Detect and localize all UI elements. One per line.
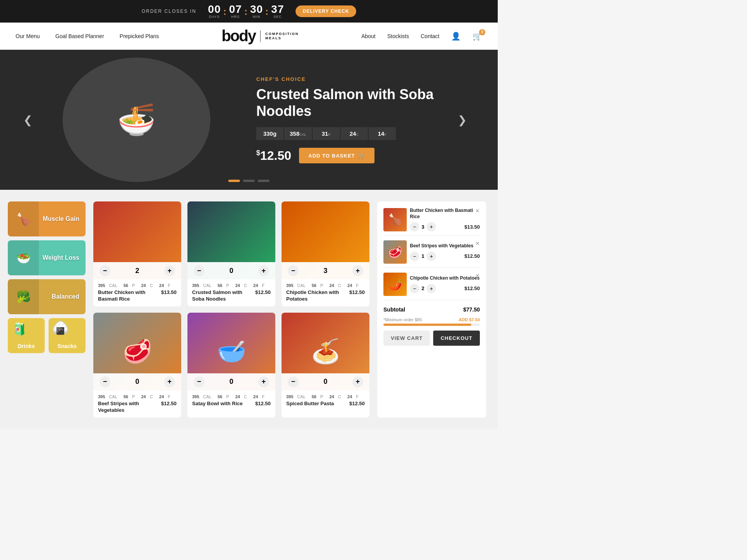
product-name-price-1: Crusted Salmon with Soba Noodles $12.50	[192, 289, 271, 303]
cart-item-controls-2: − 2 + $12.50	[410, 284, 480, 293]
qty-decrement-4[interactable]: −	[194, 376, 205, 387]
qty-decrement-2[interactable]: −	[288, 265, 299, 276]
timer-min: 30 MIN	[250, 4, 263, 19]
cart-remove-0[interactable]: ✕	[475, 208, 480, 214]
view-cart-button[interactable]: VIEW CART	[383, 331, 430, 346]
sidebar-muscle-gain[interactable]: 🍗 Muscle Gain	[8, 201, 86, 236]
cart-increment-1[interactable]: +	[427, 252, 436, 261]
nav-stockists[interactable]: Stockists	[387, 33, 409, 39]
minimum-note: *Minimum order $85	[383, 317, 422, 322]
hero-dot-1[interactable]	[228, 180, 240, 182]
product-name-price-3: Beef Stripes with Vegetables $12.50	[98, 401, 177, 414]
product-name-price-5: Spiced Butter Pasta $12.50	[286, 401, 365, 407]
quantity-bar-0: − 2 +	[93, 262, 181, 279]
qty-increment-3[interactable]: +	[164, 376, 175, 387]
order-closes-label: ORDER CLOSES IN	[142, 9, 196, 14]
product-macros-1: 395 CAL 56 P 24 C 24 F	[192, 283, 271, 288]
sidebar-drinks[interactable]: 🧃 Drinks	[8, 318, 45, 353]
main-nav: Our Menu Goal Based Planner Prepicked Pl…	[0, 23, 498, 50]
sidebar-weight-loss[interactable]: 🥗 Weight Loss	[8, 240, 86, 275]
macro-carbs: 24C	[341, 127, 368, 140]
product-image-0: − 2 +	[93, 201, 181, 279]
cart-item-price-2: $12.50	[464, 285, 480, 291]
product-info-4: 395 CAL 56 P 24 C 24 F Satay Bowl with R…	[187, 390, 275, 411]
add-amount: ADD $7.50	[459, 317, 480, 322]
qty-decrement-5[interactable]: −	[288, 376, 299, 387]
qty-value-0: 2	[135, 267, 139, 275]
product-price-3: $12.50	[161, 401, 177, 406]
cart-decrement-0[interactable]: −	[410, 222, 419, 231]
sidebar-balanced-label: Balanced	[52, 293, 79, 300]
progress-bar-wrap	[383, 324, 480, 326]
nav-contact[interactable]: Contact	[421, 33, 439, 39]
product-card-5: 🍝 − 0 + 395 CAL 56 P 24 C 24 F Spiced Bu…	[282, 313, 369, 418]
product-grid: − 2 + 395 CAL 56 P 24 C 24 F Butter Chic…	[93, 201, 369, 418]
qty-increment-5[interactable]: +	[352, 376, 363, 387]
checkout-button[interactable]: CHECKOUT	[433, 331, 480, 346]
nav-about[interactable]: About	[361, 33, 376, 39]
hero-dot-3[interactable]	[258, 180, 269, 182]
nav-right-links: About Stockists Contact 0	[361, 32, 482, 41]
qty-increment-2[interactable]: +	[352, 265, 363, 276]
cart-item-0: 🍗 Butter Chicken with Basmati Rice − 3 +…	[383, 208, 480, 236]
product-image-2: − 3 +	[282, 201, 369, 279]
sidebar: 🍗 Muscle Gain 🥗 Weight Loss 🥦 Balanced 🧃…	[8, 201, 86, 418]
product-name-1: Crusted Salmon with Soba Noodles	[192, 289, 252, 303]
cart-icon-wrap[interactable]: 0	[472, 32, 482, 41]
cart-actions: VIEW CART CHECKOUT	[383, 331, 480, 346]
product-macros-2: 395 CAL 56 P 24 C 24 F	[286, 283, 365, 288]
add-to-basket-button[interactable]: ADD TO BASKET	[299, 148, 374, 163]
sidebar-muscle-label: Muscle Gain	[43, 215, 79, 222]
subtotal-label: Subtotal	[383, 306, 405, 313]
product-image-5: 🍝 − 0 +	[282, 313, 369, 390]
hero-image-wrap: 🍜	[55, 58, 218, 182]
product-price-1: $12.50	[255, 289, 271, 295]
progress-bar	[383, 324, 471, 326]
cart-decrement-1[interactable]: −	[410, 252, 419, 261]
qty-decrement-1[interactable]: −	[194, 265, 205, 276]
qty-decrement-0[interactable]: −	[100, 265, 110, 276]
cart-item-image-2: 🌶️	[383, 273, 407, 296]
timer-days: 00 DAYS	[208, 4, 221, 19]
cart-remove-1[interactable]: ✕	[475, 240, 480, 247]
cart-item-price-1: $12.50	[464, 253, 480, 259]
nav-goal-planner[interactable]: Goal Based Planner	[55, 33, 104, 39]
hero-title: Crusted Salmon with Soba Noodles	[256, 86, 435, 119]
cart-item-1: 🥩 Beef Stripes with Vegetables − 1 + $12…	[383, 240, 480, 268]
cart-increment-0[interactable]: +	[427, 222, 436, 231]
product-price-5: $12.50	[349, 401, 365, 406]
qty-decrement-3[interactable]: −	[100, 376, 110, 387]
qty-increment-0[interactable]: +	[164, 265, 175, 276]
sidebar-balanced[interactable]: 🥦 Balanced	[8, 279, 86, 314]
cart-item-image-0: 🍗	[383, 208, 407, 231]
hero-macros: 330g 358CAL 31P 24C 14F	[256, 127, 435, 140]
user-icon[interactable]	[451, 32, 461, 41]
hero-dot-2[interactable]	[243, 180, 255, 182]
cart-qty-0: 3	[422, 224, 424, 230]
cart-remove-2[interactable]: ✕	[475, 273, 480, 279]
timer-sec: 37 SEC	[271, 4, 284, 19]
cart-item-image-1: 🥩	[383, 240, 407, 264]
qty-increment-4[interactable]: +	[258, 376, 269, 387]
cart-badge-count: 0	[479, 29, 485, 35]
sidebar-snacks[interactable]: 🍙 Snacks	[49, 318, 86, 353]
product-name-3: Beef Stripes with Vegetables	[98, 401, 158, 414]
delivery-check-button[interactable]: DELIVERY CHECK	[296, 5, 356, 17]
nav-prepicked[interactable]: Prepicked Plans	[120, 33, 159, 39]
hero-price-section: $12.50 ADD TO BASKET	[256, 148, 435, 163]
quantity-bar-5: − 0 +	[282, 373, 369, 390]
nav-our-menu[interactable]: Our Menu	[16, 33, 40, 39]
quantity-bar-4: − 0 +	[187, 373, 275, 390]
sidebar-weight-label: Weight Loss	[42, 254, 79, 261]
hero-prev-button[interactable]: ❮	[23, 114, 32, 126]
top-bar: ORDER CLOSES IN 00 DAYS : 07 HRS : 30 MI…	[0, 0, 498, 23]
cart-increment-2[interactable]: +	[427, 284, 436, 293]
qty-value-4: 0	[229, 378, 233, 386]
product-name-price-4: Satay Bowl with Rice $12.50	[192, 401, 271, 407]
logo-link[interactable]: body COMPOSITION MEALS	[222, 27, 299, 45]
qty-increment-1[interactable]: +	[258, 265, 269, 276]
product-name-price-2: Chipotle Chicken with Potatoes $12.50	[286, 289, 365, 303]
cart-decrement-2[interactable]: −	[410, 284, 419, 293]
hero-next-button[interactable]: ❯	[458, 114, 467, 126]
product-info-5: 395 CAL 56 P 24 C 24 F Spiced Butter Pas…	[282, 390, 369, 411]
